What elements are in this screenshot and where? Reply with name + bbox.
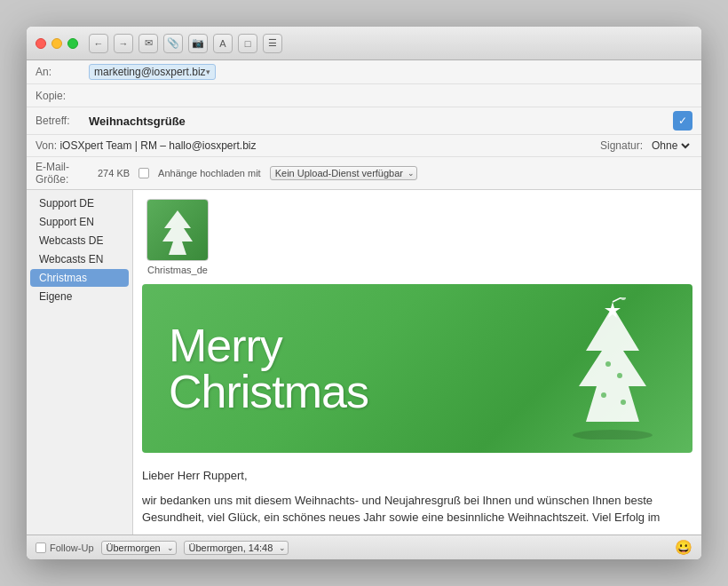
titlebar: ← → ✉ 📎 📷 A □ ☰ (27, 27, 701, 60)
anhaenge-label: Anhänge hochladen mit (158, 168, 261, 178)
follow-up-time-wrapper: Übermorgen, 14:48 (184, 541, 289, 555)
svg-point-9 (621, 297, 626, 300)
body-paragraph1: wir bedanken uns mit diesem Weihnachts- … (142, 492, 692, 527)
kopie-label: Kopie: (36, 90, 89, 102)
back-icon[interactable]: ← (89, 34, 108, 53)
sidebar-item-eigene[interactable]: Eigene (30, 288, 129, 305)
follow-up-check[interactable] (36, 542, 46, 553)
font-icon[interactable]: A (213, 34, 233, 53)
signatur-label: Signatur: (600, 139, 643, 152)
sidebar-item-christmas[interactable]: Christmas (30, 269, 129, 287)
photo-icon[interactable]: 📷 (188, 34, 208, 53)
svg-point-4 (605, 361, 611, 367)
christmas-tree-decoration (559, 297, 666, 440)
von-label: Von: (36, 139, 57, 152)
follow-up-time-select[interactable]: Übermorgen, 14:48 (184, 541, 289, 555)
list-icon[interactable]: ☰ (263, 34, 282, 53)
von-row: Von: iOSXpert Team | RM – hallo@iosxpert… (27, 135, 701, 157)
to-label: An: (36, 66, 89, 78)
sidebar: Support DE Support EN Webcasts DE Webcas… (27, 190, 133, 535)
groesse-value: 274 KB (98, 168, 130, 178)
christmas-label: Christmas (169, 368, 368, 415)
follow-up-label: Follow-Up (50, 542, 94, 553)
attachment-filename: Christmas_de (147, 265, 208, 275)
to-value[interactable]: marketing@iosxpert.biz (89, 64, 216, 80)
maximize-button[interactable] (67, 38, 78, 49)
christmas-banner: Merry Christmas (142, 284, 692, 453)
attachment-thumbnail[interactable]: Christmas_de (142, 199, 213, 275)
svg-marker-2 (579, 306, 646, 422)
follow-up-checkbox[interactable]: Follow-Up (36, 542, 94, 553)
footer: Follow-Up Übermorgen Übermorgen, 14:48 😀 (27, 535, 701, 559)
christmas-text: Merry Christmas (169, 322, 368, 415)
follow-up-date-wrapper: Übermorgen (101, 541, 177, 555)
sidebar-item-webcasts-de[interactable]: Webcasts DE (30, 232, 129, 249)
signatur-area: Signatur: Ohne (600, 139, 692, 153)
svg-line-8 (613, 297, 621, 302)
kopie-row: Kopie: (27, 84, 701, 107)
sidebar-item-support-de[interactable]: Support DE (30, 194, 129, 212)
svg-point-5 (617, 373, 622, 378)
attachment-icon[interactable]: 📎 (163, 34, 183, 53)
von-value: iOSXpert Team | RM – hallo@iosxpert.biz (59, 139, 256, 152)
upload-checkbox[interactable] (138, 168, 149, 178)
thumb-tree-svg (155, 206, 200, 255)
betreff-label: Betreff: (36, 115, 89, 127)
minimize-button[interactable] (51, 38, 62, 49)
attachment-row: E-Mail-Größe: 274 KB Anhänge hochladen m… (27, 157, 701, 189)
signatur-select[interactable]: Ohne (648, 139, 692, 153)
body-area: Support DE Support EN Webcasts DE Webcas… (27, 190, 701, 535)
svg-point-6 (601, 392, 606, 398)
upload-select-wrapper: Kein Upload-Dienst verfügbar (270, 166, 417, 180)
forward-icon[interactable]: → (114, 34, 133, 53)
traffic-lights (36, 38, 78, 49)
follow-up-date-select[interactable]: Übermorgen (101, 541, 177, 555)
salutation: Lieber Herr Ruppert, (142, 467, 692, 485)
compose-window: ← → ✉ 📎 📷 A □ ☰ An: marketing@iosxpert.b… (27, 27, 701, 559)
upload-select[interactable]: Kein Upload-Dienst verfügbar (270, 166, 417, 180)
toolbar: ← → ✉ 📎 📷 A □ ☰ (89, 34, 282, 53)
merry-label: Merry (169, 322, 368, 368)
von-info: Von: iOSXpert Team | RM – hallo@iosxpert… (36, 139, 600, 152)
betreff-value[interactable]: Weihnachtsgrüße (89, 115, 673, 128)
betreff-row: Betreff: Weihnachtsgrüße ✓ (27, 107, 701, 135)
header-fields: An: marketing@iosxpert.biz Kopie: Betref… (27, 60, 701, 190)
to-row: An: marketing@iosxpert.biz (27, 60, 701, 84)
sidebar-item-support-en[interactable]: Support EN (30, 213, 129, 231)
svg-marker-0 (162, 210, 193, 255)
send-icon[interactable]: ✉ (138, 34, 158, 53)
check-badge: ✓ (673, 111, 692, 131)
svg-point-7 (621, 400, 626, 405)
email-body: Lieber Herr Ruppert, wir bedanken uns mi… (142, 467, 692, 527)
content-area: Christmas_de Merry Christmas (133, 190, 701, 535)
thumb-icon (146, 199, 209, 261)
close-button[interactable] (36, 38, 46, 49)
sidebar-item-webcasts-en[interactable]: Webcasts EN (30, 250, 129, 268)
svg-point-1 (573, 430, 653, 440)
fullscreen-icon[interactable]: □ (238, 34, 257, 53)
groesse-label: E-Mail-Größe: (36, 161, 89, 186)
emoji-icon[interactable]: 😀 (675, 539, 692, 556)
